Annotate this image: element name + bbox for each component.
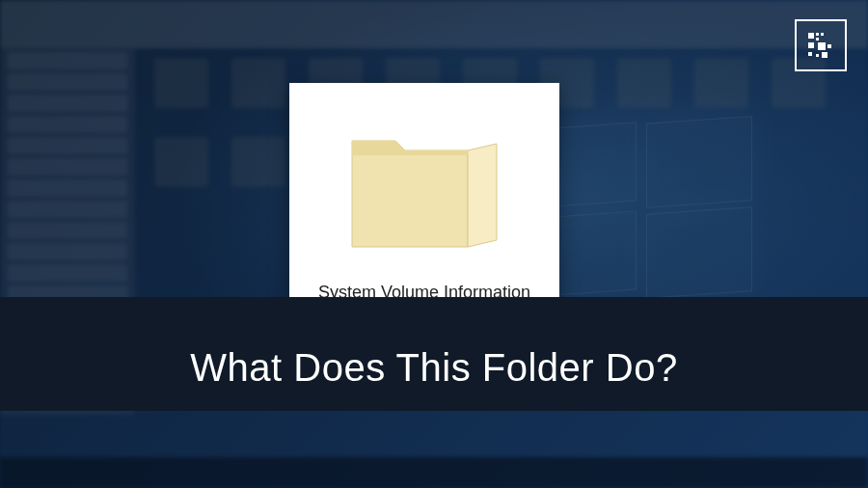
- svg-rect-5: [818, 42, 826, 50]
- folder-open-icon: [342, 117, 506, 261]
- svg-rect-9: [822, 52, 827, 58]
- folder-card: System Volume Information: [289, 83, 559, 314]
- folder-icon-wrap: [342, 98, 506, 279]
- svg-rect-2: [821, 33, 824, 36]
- headline-band: What Does This Folder Do?: [0, 297, 868, 411]
- svg-rect-8: [816, 54, 819, 57]
- svg-rect-6: [827, 44, 831, 48]
- svg-rect-4: [808, 42, 814, 48]
- fossbytes-logo-icon: [806, 31, 835, 60]
- headline-text: What Does This Folder Do?: [190, 346, 677, 390]
- svg-rect-1: [816, 33, 819, 36]
- brand-badge: [795, 19, 847, 71]
- svg-rect-0: [808, 33, 814, 39]
- svg-rect-7: [808, 52, 812, 56]
- svg-rect-3: [816, 38, 819, 41]
